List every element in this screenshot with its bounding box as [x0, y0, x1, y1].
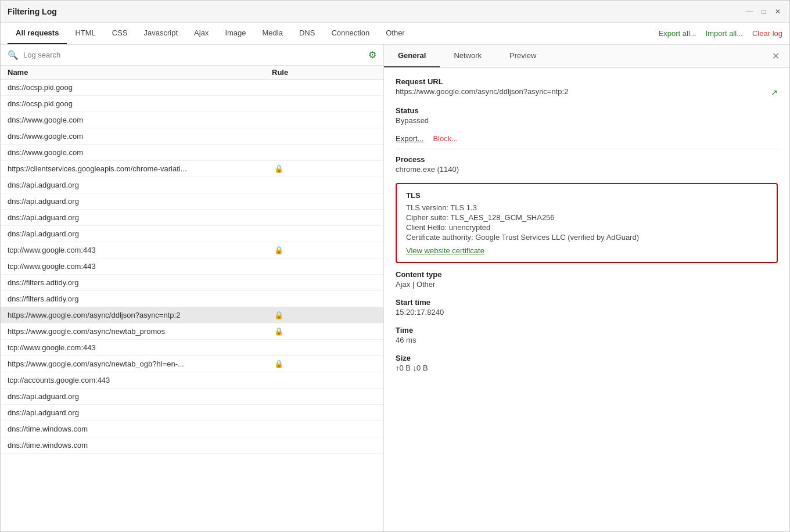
row-name: https://clientservices.googleapis.com/ch…	[8, 164, 272, 173]
import-all-button[interactable]: Import all...	[706, 29, 743, 38]
tls-cipher: Cipher suite: TLS_AES_128_GCM_SHA256	[406, 213, 767, 222]
list-item[interactable]: tcp://www.google.com:443🔒	[1, 242, 383, 258]
tab-other[interactable]: Other	[378, 23, 413, 44]
row-name: dns://time.windows.com	[8, 425, 272, 433]
row-rule: 🔒	[272, 327, 376, 336]
list-item[interactable]: dns://www.google.com	[1, 145, 383, 161]
list-item[interactable]: dns://ocsp.pki.goog	[1, 96, 383, 112]
list-item[interactable]: https://www.google.com/async/newtab_ogb?…	[1, 356, 383, 372]
export-link[interactable]: Export...	[396, 134, 423, 143]
search-input[interactable]	[23, 51, 364, 59]
filter-icon[interactable]: ⚙	[368, 49, 376, 60]
col-rule-header: Rule	[272, 68, 376, 77]
close-button[interactable]: ✕	[773, 7, 782, 16]
title-bar-controls: — □ ✕	[745, 7, 782, 16]
status-section: Status Bypassed	[396, 106, 778, 125]
content-type-value: Ajax | Other	[396, 280, 778, 289]
tab-javascript[interactable]: Javascript	[136, 23, 186, 44]
list-item[interactable]: tcp://www.google.com:443	[1, 258, 383, 275]
tab-all-requests[interactable]: All requests	[8, 23, 67, 44]
request-url-row: https://www.google.com/async/ddljson?asy…	[396, 87, 778, 97]
view-certificate-link[interactable]: View website certificate	[406, 246, 484, 255]
list-item[interactable]: dns://www.google.com	[1, 112, 383, 128]
clear-log-button[interactable]: Clear log	[752, 29, 782, 38]
export-all-button[interactable]: Export all...	[659, 29, 696, 38]
tls-title: TLS	[406, 191, 767, 200]
tab-html[interactable]: HTML	[67, 23, 103, 44]
row-name: tcp://www.google.com:443	[8, 262, 272, 271]
list-item[interactable]: dns://ocsp.pki.goog	[1, 80, 383, 96]
process-section: Process chrome.exe (1140)	[396, 155, 778, 174]
tab-ajax[interactable]: Ajax	[186, 23, 217, 44]
tls-version: TLS version: TLS 1.3	[406, 203, 767, 212]
left-panel: 🔍 ⚙ Name Rule dns://ocsp.pki.googdns://o…	[1, 45, 384, 531]
size-value: ↑0 B ↓0 B	[396, 364, 778, 372]
tab-media[interactable]: Media	[254, 23, 291, 44]
row-name: dns://ocsp.pki.goog	[8, 99, 272, 108]
list-item[interactable]: https://www.google.com/async/ddljson?asy…	[1, 307, 383, 323]
process-value: chrome.exe (1140)	[396, 165, 778, 174]
minimize-button[interactable]: —	[745, 7, 755, 16]
request-url-section: Request URL https://www.google.com/async…	[396, 77, 778, 97]
col-name-header: Name	[8, 68, 272, 77]
lock-icon: 🔒	[274, 360, 283, 368]
list-item[interactable]: dns://api.adguard.org	[1, 405, 383, 421]
tab-image[interactable]: Image	[217, 23, 254, 44]
tab-bar: All requests HTML CSS Javascript Ajax Im…	[1, 23, 789, 45]
list-item[interactable]: dns://filters.adtidy.org	[1, 291, 383, 307]
process-label: Process	[396, 155, 778, 164]
detail-tab-preview[interactable]: Preview	[495, 45, 550, 67]
tls-client-hello: Client Hello: unencrypted	[406, 223, 767, 232]
main-window: Filtering Log — □ ✕ All requests HTML CS…	[0, 0, 790, 532]
list-item[interactable]: dns://api.adguard.org	[1, 226, 383, 242]
list-item[interactable]: https://clientservices.googleapis.com/ch…	[1, 161, 383, 177]
tls-cert-authority: Certificate authority: Google Trust Serv…	[406, 233, 767, 242]
detail-tab-network[interactable]: Network	[440, 45, 495, 67]
status-value: Bypassed	[396, 116, 778, 125]
list-item[interactable]: dns://api.adguard.org	[1, 210, 383, 226]
main-area: 🔍 ⚙ Name Rule dns://ocsp.pki.googdns://o…	[1, 45, 789, 531]
window-title: Filtering Log	[8, 7, 57, 16]
list-item[interactable]: dns://api.adguard.org	[1, 177, 383, 193]
list-item[interactable]: dns://time.windows.com	[1, 421, 383, 437]
search-bar: 🔍 ⚙	[1, 45, 383, 66]
content-type-section: Content type Ajax | Other	[396, 270, 778, 289]
list-item[interactable]: dns://www.google.com	[1, 128, 383, 145]
tab-css[interactable]: CSS	[104, 23, 136, 44]
external-link-icon[interactable]: ↗	[771, 88, 778, 97]
title-bar-left: Filtering Log	[8, 7, 57, 16]
time-label: Time	[396, 326, 778, 335]
list-item[interactable]: dns://api.adguard.org	[1, 389, 383, 405]
detail-tab-general[interactable]: General	[384, 45, 440, 67]
row-name: https://www.google.com/async/newtab_ogb?…	[8, 360, 272, 368]
size-section: Size ↑0 B ↓0 B	[396, 354, 778, 372]
search-icon: 🔍	[8, 50, 19, 60]
detail-close-button[interactable]: ✕	[769, 49, 782, 63]
block-link[interactable]: Block...	[433, 134, 458, 143]
time-value: 46 ms	[396, 336, 778, 344]
tls-section: TLS TLS version: TLS 1.3 Cipher suite: T…	[396, 183, 778, 263]
action-links: Export... Block...	[396, 134, 778, 143]
row-name: dns://www.google.com	[8, 116, 272, 124]
list-item[interactable]: dns://time.windows.com	[1, 437, 383, 454]
maximize-button[interactable]: □	[759, 7, 769, 16]
list-item[interactable]: dns://api.adguard.org	[1, 193, 383, 210]
row-name: dns://api.adguard.org	[8, 213, 272, 222]
row-name: dns://ocsp.pki.goog	[8, 83, 272, 92]
main-tabs: All requests HTML CSS Javascript Ajax Im…	[8, 23, 413, 44]
lock-icon: 🔒	[274, 327, 283, 336]
row-name: dns://api.adguard.org	[8, 229, 272, 238]
tab-dns[interactable]: DNS	[291, 23, 323, 44]
row-name: dns://api.adguard.org	[8, 197, 272, 206]
list-item[interactable]: tcp://accounts.google.com:443	[1, 372, 383, 389]
tab-connection[interactable]: Connection	[323, 23, 378, 44]
lock-icon: 🔒	[274, 164, 283, 173]
list-item[interactable]: https://www.google.com/async/newtab_prom…	[1, 323, 383, 340]
row-name: dns://time.windows.com	[8, 441, 272, 450]
start-time-section: Start time 15:20:17.8240	[396, 298, 778, 317]
list-item[interactable]: dns://filters.adtidy.org	[1, 275, 383, 291]
size-label: Size	[396, 354, 778, 362]
row-rule: 🔒	[272, 311, 376, 319]
detail-tabs: General Network Preview ✕	[384, 45, 789, 68]
list-item[interactable]: tcp://www.google.com:443	[1, 340, 383, 356]
